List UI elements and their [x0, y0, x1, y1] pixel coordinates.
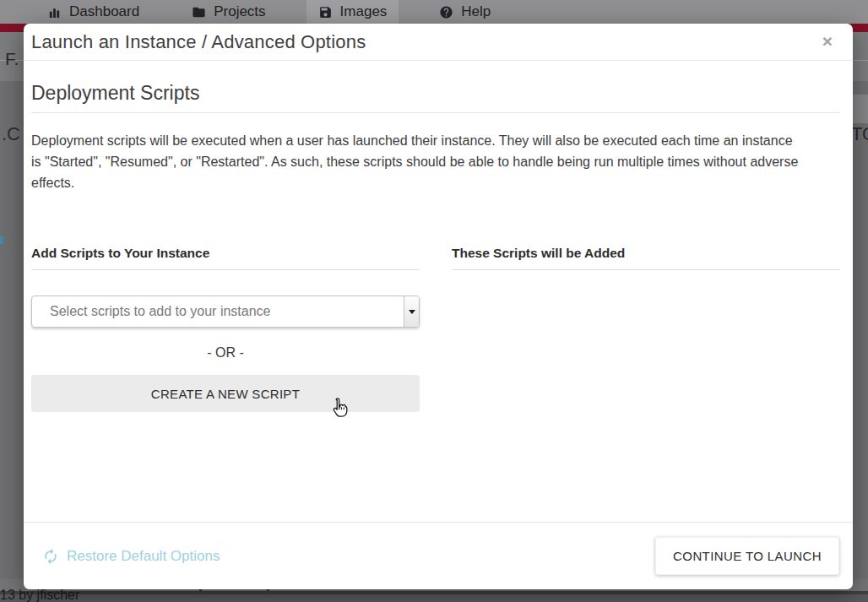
create-script-wrap: CREATE A NEW SCRIPT: [31, 375, 420, 412]
create-new-script-button[interactable]: CREATE A NEW SCRIPT: [31, 375, 420, 412]
modal-body: Deployment Scripts Deployment scripts wi…: [24, 82, 853, 412]
background-title-fragment-left: .C: [2, 123, 20, 145]
modal-title: Launch an Instance / Advanced Options: [31, 31, 366, 53]
restore-default-options-button[interactable]: Restore Default Options: [42, 548, 220, 565]
nav-item-label: Help: [461, 3, 491, 20]
background-bottom-strip: [0, 594, 868, 602]
background-footer-text: 13 by jfischer: [0, 588, 79, 602]
hand-cursor-icon: [328, 398, 349, 420]
added-scripts-header: These Scripts will be Added: [452, 246, 840, 270]
or-separator-text: - OR -: [31, 345, 420, 361]
bar-chart-icon: [47, 5, 62, 19]
folder-icon: [192, 5, 206, 19]
section-description: Deployment scripts will be executed when…: [31, 130, 801, 193]
save-icon: [318, 5, 333, 19]
added-scripts-column: These Scripts will be Added: [452, 246, 840, 412]
nav-item-projects[interactable]: Projects: [180, 0, 277, 24]
background-nav-bar: Dashboard Projects Images Help: [0, 0, 868, 24]
help-circle-icon: [439, 5, 453, 19]
background-title-fragment-right: TO: [851, 123, 868, 145]
nav-item-dashboard[interactable]: Dashboard: [35, 0, 151, 24]
refresh-icon: [42, 548, 59, 565]
scripts-select-value: Select scripts to add to your instance: [32, 296, 419, 327]
add-scripts-column: Add Scripts to Your Instance Select scri…: [31, 246, 420, 412]
nav-item-label: Dashboard: [69, 3, 139, 20]
nav-item-help[interactable]: Help: [427, 0, 502, 24]
restore-default-options-label: Restore Default Options: [67, 548, 220, 565]
nav-item-label: Projects: [214, 3, 265, 20]
close-icon[interactable]: ×: [819, 31, 836, 52]
background-link-fragment: [0, 236, 3, 244]
modal-footer: Restore Default Options CONTINUE TO LAUN…: [24, 522, 853, 589]
background-box-fragment-right: [853, 95, 868, 123]
modal-header: Launch an Instance / Advanced Options ×: [24, 24, 853, 61]
background-text-fragment-left: F.: [5, 49, 19, 69]
continue-to-launch-button[interactable]: CONTINUE TO LAUNCH: [655, 537, 839, 575]
scripts-select[interactable]: Select scripts to add to your instance: [31, 296, 420, 328]
scripts-columns: Add Scripts to Your Instance Select scri…: [31, 246, 840, 412]
nav-item-images[interactable]: Images: [307, 0, 399, 24]
advanced-options-modal: Launch an Instance / Advanced Options × …: [24, 24, 853, 589]
dropdown-arrow-icon[interactable]: [404, 296, 419, 327]
add-scripts-header: Add Scripts to Your Instance: [31, 246, 420, 270]
section-title: Deployment Scripts: [31, 82, 840, 113]
nav-item-label: Images: [340, 3, 388, 20]
